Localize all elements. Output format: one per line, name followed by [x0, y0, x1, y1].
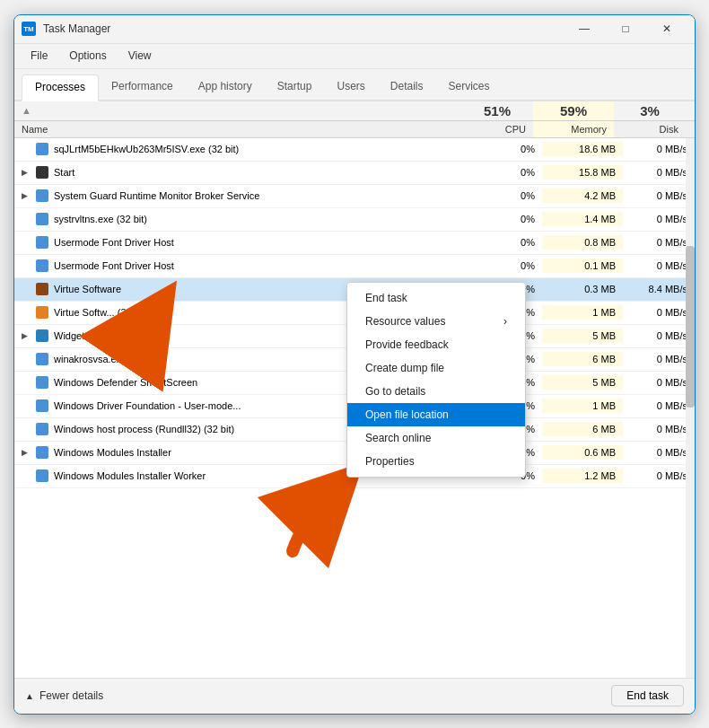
disk-cell: 0 MB/s [623, 259, 695, 273]
ctx-properties-label: Properties [365, 455, 415, 468]
process-icon [36, 353, 48, 365]
process-icon [36, 423, 48, 435]
mem-cell: 5 MB [542, 329, 623, 343]
cpu-stat-block: 51% [461, 101, 533, 120]
process-name: Usermode Font Driver Host [54, 260, 174, 271]
process-name: sqJLrtM5bEHkwUb263Mr5ISV.exe (32 bit) [54, 144, 239, 154]
process-name: Windows Modules Installer [54, 447, 171, 458]
process-icon [36, 166, 48, 179]
disk-cell: 8.4 MB/s [623, 282, 695, 296]
disk-stat-block: 3% [614, 101, 686, 120]
mem-cell: 1 MB [542, 399, 623, 413]
tab-startup[interactable]: Startup [265, 73, 325, 100]
maximize-button[interactable]: □ [605, 14, 646, 43]
process-table: ▶ sqJLrtM5bEHkwUb263Mr5ISV.exe (32 bit) … [14, 138, 695, 678]
minimize-button[interactable]: — [564, 14, 605, 43]
ctx-open-file-location-label: Open file location [365, 408, 449, 421]
ctx-end-task-label: End task [365, 292, 407, 304]
tab-processes[interactable]: Processes [22, 75, 99, 101]
scrollbar-thumb[interactable] [686, 246, 695, 408]
table-row[interactable]: ▶ Usermode Font Driver Host 0% 0.8 MB 0 … [14, 232, 695, 255]
mem-stat-block: 59% [533, 101, 614, 120]
tabs-bar: Processes Performance App history Startu… [14, 69, 695, 101]
app-icon: TM [22, 22, 36, 36]
ctx-end-task[interactable]: End task [347, 286, 525, 310]
disk-cell: 0 MB/s [623, 142, 695, 156]
disk-percent: 3% [614, 103, 686, 118]
mem-cell: 6 MB [542, 352, 623, 366]
window-title: Task Manager [43, 22, 564, 35]
task-manager-window: TM Task Manager — □ ✕ File Options View … [13, 14, 696, 715]
cpu-cell: 0% [470, 212, 542, 226]
table-row[interactable]: ▶ Usermode Font Driver Host 0% 0.1 MB 0 … [14, 255, 695, 278]
process-icon [36, 143, 48, 155]
ctx-resource-values-label: Resource values [365, 315, 445, 328]
col-header-cpu[interactable]: CPU [461, 121, 533, 137]
process-icon [36, 306, 48, 319]
close-button[interactable]: ✕ [646, 14, 687, 43]
expand-icon[interactable]: ▶ [22, 191, 31, 200]
cpu-cell: 0% [470, 142, 542, 156]
ctx-properties[interactable]: Properties [347, 450, 525, 473]
menu-file[interactable]: File [22, 46, 57, 66]
ctx-resource-values[interactable]: Resource values › [347, 310, 525, 333]
col-header-memory[interactable]: Memory [533, 121, 614, 137]
disk-cell: 0 MB/s [623, 352, 695, 366]
expand-icon[interactable]: ▶ [22, 331, 31, 340]
tab-details[interactable]: Details [378, 73, 436, 100]
fewer-details-button[interactable]: ▲ Fewer details [25, 689, 103, 702]
disk-cell: 0 MB/s [623, 329, 695, 343]
expand-icon[interactable]: ▶ [22, 168, 31, 177]
process-icon [36, 329, 48, 342]
chevron-up-icon: ▲ [25, 691, 34, 701]
cpu-cell: 0% [470, 235, 542, 250]
expand-icon[interactable]: ▶ [22, 448, 31, 457]
ctx-create-dump[interactable]: Create dump file [347, 356, 525, 380]
tab-app-history[interactable]: App history [186, 73, 265, 100]
process-icon [36, 446, 48, 459]
menu-options[interactable]: Options [60, 46, 115, 66]
table-row[interactable]: ▶ sqJLrtM5bEHkwUb263Mr5ISV.exe (32 bit) … [14, 138, 695, 162]
process-name: Usermode Font Driver Host [54, 237, 174, 248]
tab-services[interactable]: Services [436, 73, 503, 100]
mem-cell: 0.1 MB [542, 259, 623, 273]
process-name: WidgetServicePackage [54, 330, 156, 341]
process-name: Windows Defender SmartScreen [54, 377, 197, 388]
disk-cell: 0 MB/s [623, 422, 695, 436]
col-header-disk[interactable]: Disk [614, 121, 686, 137]
process-icon [36, 259, 48, 272]
process-name: Virtue Software [54, 284, 121, 294]
tab-performance[interactable]: Performance [99, 73, 186, 100]
tab-users[interactable]: Users [324, 73, 377, 100]
process-icon [36, 376, 48, 389]
disk-cell: 0 MB/s [623, 375, 695, 390]
cpu-percent: 51% [461, 103, 533, 118]
col-header-name[interactable]: Name [14, 121, 461, 137]
table-row[interactable]: ▶ System Guard Runtime Monitor Broker Se… [14, 185, 695, 208]
mem-cell: 0.6 MB [542, 445, 623, 460]
ctx-provide-feedback[interactable]: Provide feedback [347, 333, 525, 356]
ctx-search-online[interactable]: Search online [347, 426, 525, 450]
cpu-cell: 0% [470, 189, 542, 203]
arrow-annotation-2 [275, 479, 382, 560]
mem-cell: 15.8 MB [542, 165, 623, 180]
end-task-button[interactable]: End task [611, 685, 684, 706]
table-row[interactable]: ▶ Start 0% 15.8 MB 0 MB/s [14, 162, 695, 185]
mem-cell: 5 MB [542, 375, 623, 390]
mem-cell: 1 MB [542, 305, 623, 320]
mem-cell: 4.2 MB [542, 189, 623, 203]
disk-cell: 0 MB/s [623, 189, 695, 203]
menu-view[interactable]: View [119, 46, 161, 66]
process-name: Virtue Softw... (32 bit) [54, 307, 148, 318]
ctx-go-to-details[interactable]: Go to details [347, 380, 525, 403]
mem-percent: 59% [533, 103, 614, 118]
fewer-details-label: Fewer details [39, 689, 103, 702]
disk-cell: 0 MB/s [623, 445, 695, 460]
window-controls: — □ ✕ [564, 14, 687, 43]
mem-cell: 6 MB [542, 422, 623, 436]
scrollbar-track[interactable] [686, 138, 695, 678]
ctx-open-file-location[interactable]: Open file location [347, 403, 525, 426]
table-row[interactable]: ▶ systrvltns.exe (32 bit) 0% 1.4 MB 0 MB… [14, 208, 695, 232]
process-name: systrvltns.exe (32 bit) [54, 214, 147, 224]
process-icon [36, 399, 48, 412]
